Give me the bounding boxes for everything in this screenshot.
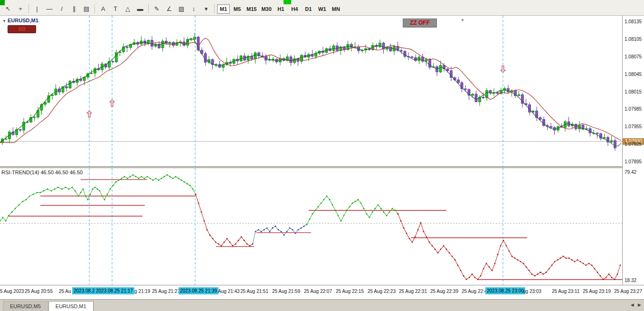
rsi-segment-rise-1 [0, 175, 196, 221]
rsi-segment-drop-2 [398, 214, 620, 279]
rsi-level-lines [9, 179, 622, 279]
decor-green-rect [284, 0, 291, 4]
ma-slow-line [0, 38, 621, 142]
decor-green-square [0, 0, 5, 5]
rsi-indicator-label: RSI-TREND(14) 46.50 46.50 46.50 [1, 170, 83, 175]
toolbar-separator [95, 4, 95, 13]
time-axis-highlight-label: 2023.08.2 [72, 287, 96, 294]
timeframe-m15[interactable]: M15 [245, 4, 258, 14]
chart-dropdown-icon[interactable]: ▼ [460, 18, 465, 23]
time-axis-label: g 21:19 [134, 289, 150, 294]
trendline-icon[interactable]: / [56, 3, 67, 14]
time-axis-label: 25 Aug 23:19 [583, 289, 611, 294]
price-scale-label: 1.08135 [625, 19, 642, 24]
time-axis-highlight-label: 2023.08.25 21:17 [95, 287, 134, 294]
price-scale-label: 1.08105 [625, 37, 642, 42]
time-axis-label: 25 Aug 23:27 [614, 289, 642, 294]
time-axis-highlight-label: 2023.08.25 21:39 [179, 287, 218, 294]
rectangle-shape-icon[interactable]: ▬ [134, 3, 146, 14]
arrows-tool-icon[interactable]: ↕ [188, 3, 199, 14]
sell-arrow-icon [501, 66, 505, 73]
signal-arrows [87, 66, 505, 118]
time-axis-label: Aug 21:43 [218, 289, 240, 294]
tab-eurusd-m5[interactable]: EURUSD,M5 [3, 301, 48, 311]
price-scale-label: 1.07895 [625, 159, 642, 164]
timeframe-m5[interactable]: M5 [231, 4, 244, 14]
time-axis-label: 25 Aug 22:23 [368, 289, 396, 294]
arrow-up-shape-icon[interactable]: △ [122, 3, 133, 14]
chart-area: ▼ EURUSD,M1 SD ZZ OFF ▼ RSI-TREND(14) 46… [0, 16, 644, 299]
timeframe-mn[interactable]: MN [330, 4, 342, 14]
horizontal-line-icon[interactable]: — [44, 3, 55, 14]
price-scale-label: 1.08045 [625, 72, 642, 77]
time-axis-label: 25 Aug 21:59 [272, 289, 300, 294]
timeframe-buttons-group: M1M5M15M30H1H4D1W1MN [217, 4, 343, 14]
buy-arrow-icon [87, 111, 92, 117]
text-icon[interactable]: A [97, 3, 109, 14]
crosshair-icon[interactable]: + [15, 3, 26, 14]
rsi-segment-drop-1 [196, 194, 253, 245]
time-axis-label: 25 Au [59, 289, 71, 294]
symbol-label: ▼ EURUSD,M1 [2, 18, 38, 23]
sd-button[interactable]: SD [8, 25, 36, 33]
toolbar-separator [28, 4, 29, 13]
price-scale[interactable]: 79.42 18.32 1.07930 1.081351.081051.0807… [622, 16, 644, 285]
timeframe-h4[interactable]: H4 [288, 4, 301, 14]
equidistant-channel-icon[interactable]: ∥ [68, 3, 80, 14]
time-axis-label: ug 23:03 [523, 289, 541, 294]
tab-scroll-buttons: ◀ ▶ [628, 302, 641, 307]
tab-scroll-prev-icon[interactable]: ◀ [631, 302, 634, 307]
zz-off-button[interactable]: ZZ OFF [403, 19, 437, 28]
price-scale-label: 1.07955 [625, 124, 642, 129]
candlestick-series [1, 33, 616, 151]
symbol-text: EURUSD,M1 [8, 18, 38, 23]
vertical-time-lines [89, 168, 503, 285]
time-axis-label: 25 Aug 20:55 [25, 289, 53, 294]
time-axis-label: 25 Aug 22:39 [430, 289, 458, 294]
time-axis-label: 25 Aug 22:07 [304, 289, 332, 294]
vertical-time-lines [89, 16, 503, 166]
arrows-dropdown-icon[interactable]: ▾ [200, 3, 212, 14]
symbol-dropdown-icon[interactable]: ▼ [2, 19, 6, 23]
angle-icon[interactable]: ∠ [163, 3, 175, 14]
chart-tabs-bar: EURUSD,M5 EURUSD,M1 ◀ ▶ [0, 299, 644, 311]
hatch-icon[interactable]: ▨ [176, 3, 187, 14]
rsi-line-segments [0, 174, 621, 280]
pencil-icon[interactable]: ✎ [151, 3, 162, 14]
rsi-scale-min: 18.32 [625, 278, 636, 283]
rsi-segment-mid-flat [253, 225, 307, 244]
rsi-indicator-chart[interactable] [0, 168, 622, 285]
text-label-icon[interactable]: T [110, 3, 121, 14]
time-axis-label: 5 Aug 2023 [0, 289, 24, 294]
ma-fast-line [0, 38, 621, 146]
timeframe-m30[interactable]: M30 [259, 4, 273, 14]
buy-arrow-icon [110, 100, 114, 106]
toolbar-separator [148, 4, 149, 13]
vertical-line-icon[interactable]: | [31, 3, 43, 14]
drawing-tools-group: ↖+|—/∥▤AT△▬✎∠▨↕▾ [2, 3, 217, 14]
rsi-scale-max: 79.42 [625, 170, 636, 175]
price-chart[interactable] [0, 16, 622, 166]
time-axis-label: 25 Aug 22:31 [399, 289, 427, 294]
toolbar: ↖+|—/∥▤AT△▬✎∠▨↕▾ M1M5M15M30H1H4D1W1MN [0, 0, 644, 16]
tab-scroll-next-icon[interactable]: ▶ [638, 302, 641, 307]
price-scale-label: 1.08075 [625, 54, 642, 59]
price-scale-label: 1.07925 [625, 141, 642, 147]
time-axis-label: 25 Aug 21:27 [152, 289, 180, 294]
timeframe-d1[interactable]: D1 [302, 4, 315, 14]
tab-eurusd-m1[interactable]: EURUSD,M1 [48, 301, 94, 311]
metatrader-window: ↖+|—/∥▤AT△▬✎∠▨↕▾ M1M5M15M30H1H4D1W1MN ▼ … [0, 0, 644, 311]
toolbar-separator [214, 4, 215, 13]
timeframe-w1[interactable]: W1 [316, 4, 329, 14]
timeframe-h1[interactable]: H1 [275, 4, 287, 14]
price-scale-label: 1.07985 [625, 106, 642, 112]
price-scale-label: 1.08015 [625, 89, 642, 94]
time-axis-label: 25 Aug 23:11 [552, 289, 579, 294]
time-axis-label: 25 Aug 21:51 [240, 289, 268, 294]
timeframe-m1[interactable]: M1 [217, 4, 230, 14]
fibonacci-icon[interactable]: ▤ [81, 3, 92, 14]
time-axis[interactable]: 5 Aug 202325 Aug 20:5525 Au2023.08.22023… [0, 285, 644, 299]
time-axis-highlight-label: 2023.08.25 23:00 [485, 287, 525, 294]
time-axis-label: 25 Aug 22:15 [336, 289, 364, 294]
